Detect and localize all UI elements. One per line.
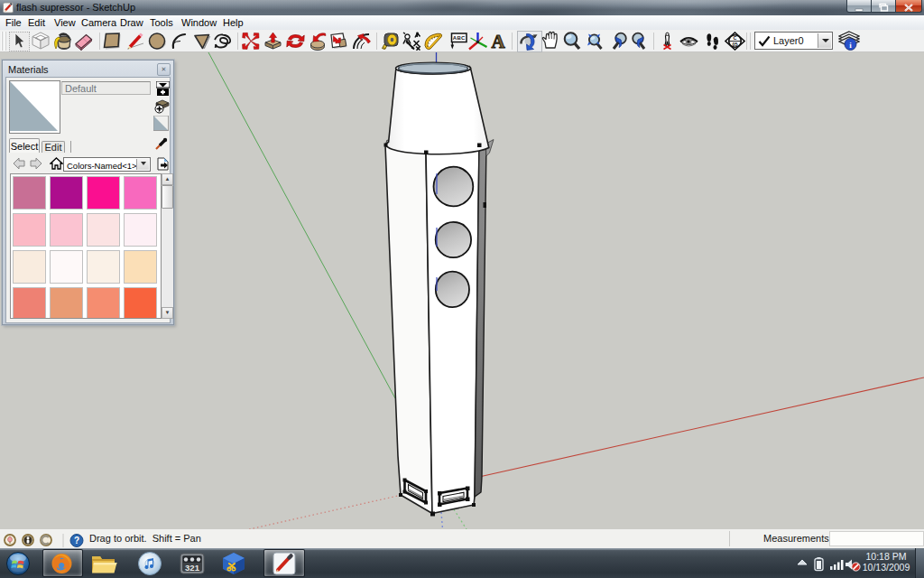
svg-text:C: C bbox=[734, 35, 737, 41]
svg-text:?: ? bbox=[74, 536, 79, 545]
svg-text:321: 321 bbox=[185, 563, 200, 573]
svg-text:A: A bbox=[491, 32, 505, 51]
svg-text:05: 05 bbox=[732, 42, 737, 47]
svg-text:ABC: ABC bbox=[453, 35, 466, 41]
